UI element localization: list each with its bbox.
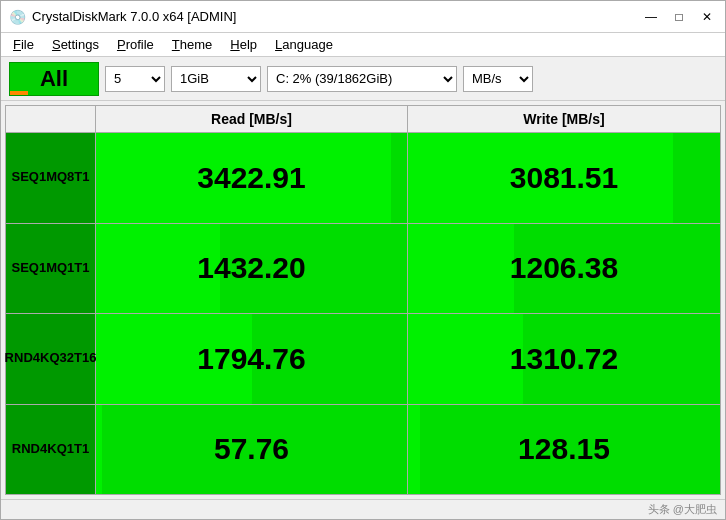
- table-header: Read [MB/s] Write [MB/s]: [6, 106, 720, 133]
- table-row: SEQ1M Q1T1 1432.20 1206.38: [6, 224, 720, 315]
- table-row: SEQ1M Q8T1 3422.91 3081.51: [6, 133, 720, 224]
- drive-select[interactable]: C: 2% (39/1862GiB): [267, 66, 457, 92]
- status-bar: 头条 @大肥虫: [1, 499, 725, 519]
- title-controls: — □ ✕: [641, 7, 717, 27]
- menu-help[interactable]: Help: [222, 35, 265, 54]
- maximize-button[interactable]: □: [669, 7, 689, 27]
- table-row: RND4K Q1T1 57.76 128.15: [6, 405, 720, 495]
- row-write-rnd4k-q1t1: 128.15: [408, 405, 720, 495]
- size-select[interactable]: 1GiB 512MiB 2GiB 4GiB: [171, 66, 261, 92]
- row-label-seq1m-q1t1: SEQ1M Q1T1: [6, 224, 96, 314]
- close-button[interactable]: ✕: [697, 7, 717, 27]
- row-label-seq1m-q8t1: SEQ1M Q8T1: [6, 133, 96, 223]
- main-content: Read [MB/s] Write [MB/s] SEQ1M Q8T1 3422…: [1, 101, 725, 499]
- row-read-seq1m-q1t1: 1432.20: [96, 224, 408, 314]
- runs-select[interactable]: 5 1 3 9: [105, 66, 165, 92]
- menu-theme[interactable]: Theme: [164, 35, 220, 54]
- results-table: Read [MB/s] Write [MB/s] SEQ1M Q8T1 3422…: [5, 105, 721, 495]
- row-write-seq1m-q8t1: 3081.51: [408, 133, 720, 223]
- row-write-rnd4k-q32t16: 1310.72: [408, 314, 720, 404]
- row-read-seq1m-q8t1: 3422.91: [96, 133, 408, 223]
- window-title: CrystalDiskMark 7.0.0 x64 [ADMIN]: [32, 9, 236, 24]
- table-row: RND4K Q32T16 1794.76 1310.72: [6, 314, 720, 405]
- main-window: 💿 CrystalDiskMark 7.0.0 x64 [ADMIN] — □ …: [0, 0, 726, 520]
- unit-select[interactable]: MB/s GB/s IOPS: [463, 66, 533, 92]
- watermark: 头条 @大肥虫: [648, 502, 717, 517]
- header-read: Read [MB/s]: [96, 106, 408, 132]
- title-left: 💿 CrystalDiskMark 7.0.0 x64 [ADMIN]: [9, 9, 236, 25]
- menu-profile[interactable]: Profile: [109, 35, 162, 54]
- minimize-button[interactable]: —: [641, 7, 661, 27]
- row-read-rnd4k-q32t16: 1794.76: [96, 314, 408, 404]
- row-label-rnd4k-q32t16: RND4K Q32T16: [6, 314, 96, 404]
- menu-settings[interactable]: Settings: [44, 35, 107, 54]
- row-write-seq1m-q1t1: 1206.38: [408, 224, 720, 314]
- row-read-rnd4k-q1t1: 57.76: [96, 405, 408, 495]
- header-write: Write [MB/s]: [408, 106, 720, 132]
- all-button[interactable]: All: [9, 62, 99, 96]
- menu-file[interactable]: File: [5, 35, 42, 54]
- menu-language[interactable]: Language: [267, 35, 341, 54]
- toolbar: All 5 1 3 9 1GiB 512MiB 2GiB 4GiB C: 2% …: [1, 57, 725, 101]
- header-label: [6, 106, 96, 132]
- app-icon: 💿: [9, 9, 26, 25]
- row-label-rnd4k-q1t1: RND4K Q1T1: [6, 405, 96, 495]
- menu-bar: File Settings Profile Theme Help Languag…: [1, 33, 725, 57]
- title-bar: 💿 CrystalDiskMark 7.0.0 x64 [ADMIN] — □ …: [1, 1, 725, 33]
